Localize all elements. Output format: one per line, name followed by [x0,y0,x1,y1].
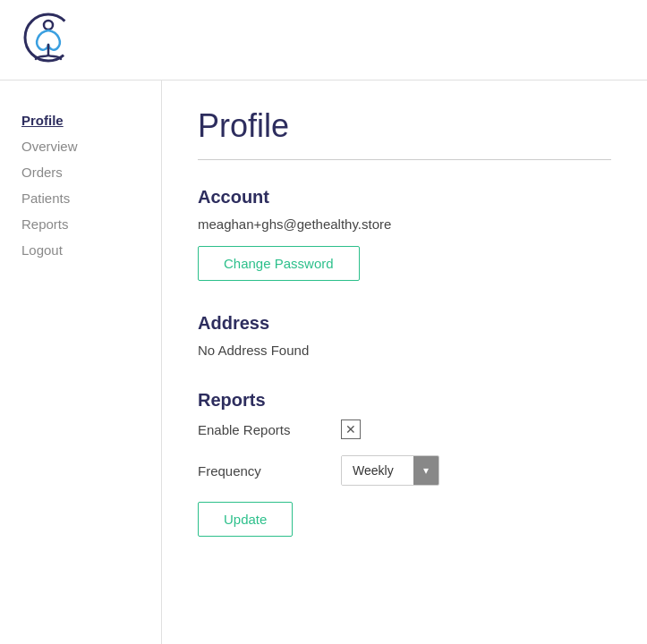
svg-point-1 [44,21,53,30]
sidebar-item-profile[interactable]: Profile [21,107,140,133]
account-section: Account meaghan+ghs@gethealthy.store Cha… [198,187,611,281]
logo [21,9,75,72]
frequency-dropdown-arrow[interactable]: ▾ [413,455,438,486]
address-text: No Address Found [198,343,611,358]
enable-reports-row: Enable Reports ✕ [198,419,611,439]
main-content: Profile Account meaghan+ghs@gethealthy.s… [161,80,647,644]
enable-reports-checkbox[interactable]: ✕ [341,419,361,439]
change-password-button[interactable]: Change Password [198,246,360,281]
frequency-select[interactable]: Weekly ▾ [341,455,439,486]
sidebar-item-orders[interactable]: Orders [21,159,140,185]
sidebar-item-logout[interactable]: Logout [21,237,140,263]
title-divider [198,159,611,160]
reports-section: Reports Enable Reports ✕ Frequency Weekl… [198,390,611,537]
sidebar-item-reports[interactable]: Reports [21,211,140,237]
sidebar-item-patients[interactable]: Patients [21,185,140,211]
account-title: Account [198,187,611,208]
sidebar: Profile Overview Orders Patients Reports… [0,80,161,644]
header [0,0,647,80]
enable-reports-label: Enable Reports [198,422,341,437]
update-button[interactable]: Update [198,502,293,537]
account-email: meaghan+ghs@gethealthy.store [198,216,611,232]
address-section: Address No Address Found [198,313,611,358]
logo-icon [21,9,75,72]
address-title: Address [198,313,611,334]
page-title: Profile [198,107,611,145]
sidebar-item-overview[interactable]: Overview [21,133,140,159]
frequency-row: Frequency Weekly ▾ [198,455,611,486]
reports-title: Reports [198,390,611,411]
frequency-label: Frequency [198,463,341,479]
layout: Profile Overview Orders Patients Reports… [0,80,647,644]
frequency-value: Weekly [342,455,413,486]
